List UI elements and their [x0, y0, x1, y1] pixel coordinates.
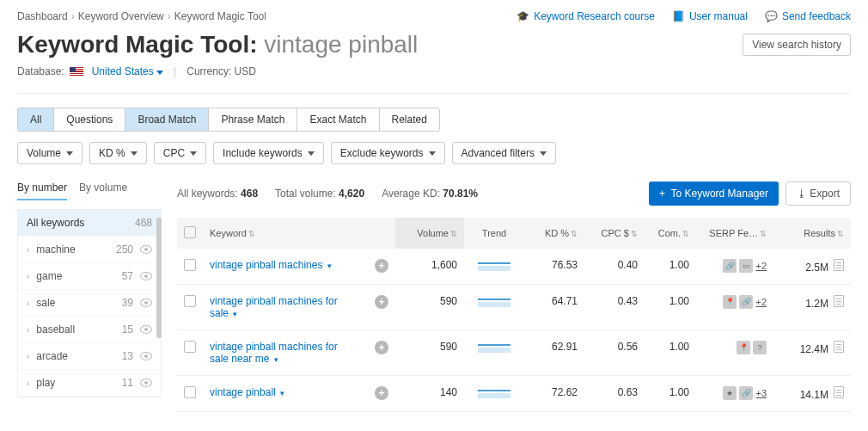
- keyword-link[interactable]: vintage pinball ▾: [210, 386, 284, 398]
- chevron-right-icon: ›: [27, 352, 29, 361]
- doc-icon[interactable]: [834, 295, 844, 307]
- chevron-down-icon: ▾: [280, 389, 284, 397]
- keyword-link[interactable]: vintage pinball machines ▾: [210, 259, 332, 271]
- eye-icon[interactable]: [140, 379, 152, 387]
- add-keyword-icon[interactable]: +: [375, 295, 388, 309]
- doc-icon[interactable]: [834, 259, 844, 271]
- cell-com: 1.00: [645, 285, 696, 330]
- bc-overview[interactable]: Keyword Overview: [78, 10, 164, 22]
- eye-icon[interactable]: [140, 352, 152, 360]
- scrollbar[interactable]: [156, 218, 162, 338]
- link-user-manual[interactable]: 📘User manual: [672, 10, 748, 22]
- col-com[interactable]: Com.⇅: [645, 218, 696, 249]
- row-checkbox[interactable]: [184, 341, 196, 353]
- database-select[interactable]: United States: [92, 65, 163, 77]
- cell-cpc: 0.40: [584, 249, 645, 285]
- col-keyword[interactable]: Keyword⇅: [203, 218, 368, 249]
- sidebar-item-game[interactable]: ›game57: [18, 263, 161, 290]
- side-tab-number[interactable]: By number: [17, 182, 67, 200]
- link-research-course[interactable]: 🎓Keyword Research course: [517, 10, 655, 22]
- table-row: vintage pinball machines for sale near m…: [177, 330, 851, 376]
- cell-kd: 72.62: [524, 376, 584, 412]
- serp-icons: 📍🔗+2: [703, 295, 767, 309]
- table-row: vintage pinball machines ▾+1,60076.530.4…: [177, 249, 851, 285]
- chevron-down-icon: [429, 151, 436, 156]
- filter-cpc[interactable]: CPC: [154, 142, 206, 164]
- chevron-down-icon: ▾: [274, 355, 278, 364]
- view-history-button[interactable]: View search history: [743, 34, 851, 56]
- tab-phrase[interactable]: Phrase Match: [209, 108, 297, 131]
- chevron-down-icon: [156, 71, 163, 75]
- keyword-link[interactable]: vintage pinball machines for sale ▾: [210, 295, 347, 319]
- trend-sparkline: [478, 386, 510, 398]
- serp-icons: 📍?: [703, 341, 767, 354]
- export-button[interactable]: ⭳ Export: [785, 182, 851, 206]
- add-keyword-icon[interactable]: +: [375, 386, 388, 400]
- link-feedback[interactable]: 💬Send feedback: [765, 10, 851, 22]
- filter-exclude[interactable]: Exclude keywords: [331, 142, 445, 164]
- cell-cpc: 0.63: [584, 376, 645, 412]
- filter-kd[interactable]: KD %: [89, 142, 147, 164]
- export-icon: ⭳: [797, 188, 807, 200]
- title-keyword: vintage pinball: [264, 31, 418, 58]
- sidebar-item-arcade[interactable]: ›arcade13: [18, 343, 161, 370]
- serp-feature-icon: ▭: [739, 259, 753, 273]
- serp-more[interactable]: +2: [755, 297, 767, 307]
- sort-icon: ⇅: [248, 230, 255, 238]
- tab-all[interactable]: All: [18, 108, 54, 131]
- sort-icon: ⇅: [682, 230, 689, 238]
- eye-icon[interactable]: [140, 272, 152, 280]
- chevron-right-icon: ›: [27, 325, 29, 335]
- sidebar-item-all-keywords[interactable]: All keywords468: [18, 210, 161, 237]
- table-row: vintage pinball machines for sale ▾+5906…: [177, 285, 851, 330]
- tab-exact[interactable]: Exact Match: [297, 108, 379, 131]
- chevron-down-icon: [190, 151, 197, 156]
- cell-results: 1.2M: [773, 285, 851, 330]
- col-serp[interactable]: SERP Fe…⇅: [696, 218, 773, 249]
- row-checkbox[interactable]: [184, 386, 196, 398]
- select-all-checkbox[interactable]: [184, 226, 196, 238]
- row-checkbox[interactable]: [184, 259, 196, 271]
- col-results[interactable]: Results⇅: [773, 218, 851, 249]
- add-keyword-icon[interactable]: +: [375, 341, 388, 354]
- bc-magic[interactable]: Keyword Magic Tool: [174, 10, 266, 22]
- doc-icon[interactable]: [834, 386, 844, 398]
- row-checkbox[interactable]: [184, 295, 196, 307]
- cell-cpc: 0.56: [584, 330, 645, 376]
- tab-related[interactable]: Related: [380, 108, 439, 131]
- sort-icon: ⇅: [760, 230, 767, 238]
- eye-icon[interactable]: [140, 245, 152, 254]
- to-keyword-manager-button[interactable]: + To Keyword Manager: [649, 182, 779, 206]
- bc-dashboard[interactable]: Dashboard: [17, 10, 68, 22]
- add-keyword-icon[interactable]: +: [375, 259, 388, 273]
- col-kd[interactable]: KD %⇅: [524, 218, 584, 249]
- sidebar-item-sale[interactable]: ›sale39: [18, 290, 161, 317]
- col-volume[interactable]: Volume⇅: [395, 218, 464, 249]
- cell-com: 1.00: [645, 330, 696, 376]
- eye-icon[interactable]: [140, 325, 152, 334]
- sidebar-item-play[interactable]: ›play11: [18, 370, 161, 397]
- chevron-down-icon: [308, 151, 315, 156]
- filter-include[interactable]: Include keywords: [213, 142, 324, 164]
- serp-more[interactable]: +2: [755, 261, 767, 271]
- col-trend[interactable]: Trend: [464, 218, 524, 249]
- cell-volume: 590: [395, 285, 464, 330]
- sidebar-item-baseball[interactable]: ›baseball15: [18, 317, 161, 343]
- keyword-link[interactable]: vintage pinball machines for sale near m…: [210, 341, 347, 365]
- chevron-down-icon: [131, 151, 138, 156]
- chevron-down-icon: ▾: [327, 262, 332, 270]
- serp-feature-icon: 📍: [723, 295, 737, 309]
- sort-icon: ⇅: [631, 230, 638, 238]
- filter-volume[interactable]: Volume: [17, 142, 83, 164]
- table-row: vintage pinball ▾+14072.620.631.00★🔗+314…: [177, 376, 851, 412]
- tab-broad[interactable]: Broad Match: [125, 108, 209, 131]
- filter-advanced[interactable]: Advanced filters: [452, 142, 556, 164]
- match-tabs: All Questions Broad Match Phrase Match E…: [17, 108, 440, 132]
- sidebar-item-machine[interactable]: ›machine250: [18, 237, 161, 263]
- eye-icon[interactable]: [140, 299, 152, 307]
- serp-more[interactable]: +3: [755, 388, 767, 398]
- tab-questions[interactable]: Questions: [54, 108, 125, 131]
- col-cpc[interactable]: CPC $⇅: [584, 218, 645, 249]
- doc-icon[interactable]: [834, 341, 844, 353]
- side-tab-volume[interactable]: By volume: [79, 182, 127, 200]
